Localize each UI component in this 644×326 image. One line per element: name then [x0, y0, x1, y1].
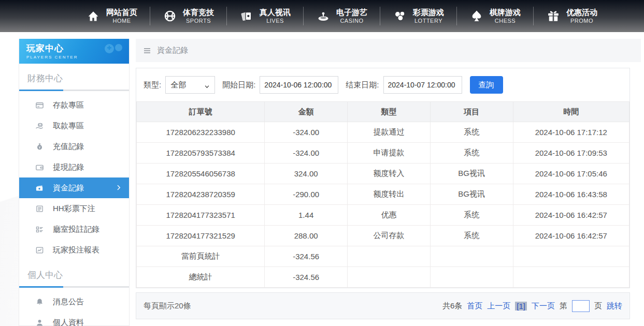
table-row: 1728205793573384-324.00申请提款系统2024-10-06 … — [137, 143, 629, 164]
type-label: 類型: — [144, 80, 161, 90]
bell-icon — [35, 297, 44, 306]
prev-page-link[interactable]: 上一页 — [487, 301, 510, 311]
nav-item-label-zh: 电子游艺 — [336, 8, 367, 18]
table-cell: 2024-10-06 17:05:46 — [513, 164, 629, 184]
nav-item-label-en: HOME — [113, 18, 131, 25]
nav-item-text: 网站首页HOME — [106, 8, 137, 25]
table-cell: -290.00 — [265, 184, 348, 205]
nav-item-label-zh: 体育竞技 — [183, 8, 214, 18]
table-cell: BG视讯 — [430, 164, 513, 184]
column-header: 金額 — [265, 102, 348, 122]
jump-link[interactable]: 跳转 — [607, 301, 622, 311]
column-header: 時間 — [513, 102, 629, 122]
table-cell: 2024-10-06 16:43:58 — [513, 184, 629, 205]
query-button[interactable]: 查詢 — [470, 76, 503, 94]
gift-icon — [546, 9, 561, 23]
end-date-input[interactable] — [383, 76, 462, 94]
table-cell: 324.00 — [265, 164, 348, 184]
main-content: 資金記錄 類型: 全部 開始日期: 结束日期: 查詢 訂單號金額類型項目時間 1… — [136, 39, 641, 319]
end-date-label: 结束日期: — [346, 80, 379, 90]
nav-item-label-zh: 棋牌游戏 — [490, 8, 521, 18]
summary-cell — [348, 246, 431, 267]
nav-item-chess[interactable]: 棋牌游戏CHESS — [457, 8, 533, 25]
summary-cell — [348, 267, 431, 288]
nav-item-text: 真人视讯LIVES — [260, 8, 291, 25]
cards-icon — [239, 9, 254, 23]
table-cell: -324.00 — [265, 122, 348, 143]
menu-icon[interactable] — [142, 46, 152, 55]
table-cell: 1728204177321529 — [137, 226, 265, 246]
chevron-down-icon — [204, 82, 210, 88]
first-page-link[interactable]: 首页 — [467, 301, 482, 311]
nav-item-home[interactable]: 网站首页HOME — [74, 8, 150, 25]
table-cell: 公司存款 — [348, 226, 431, 246]
nav-item-casino[interactable]: 电子游艺CASINO — [304, 8, 380, 25]
table-row: 1728206232233980-324.00提款通过系统2024-10-06 … — [137, 122, 629, 143]
nav-item-label-zh: 优惠活动 — [566, 8, 597, 18]
filter-bar: 類型: 全部 開始日期: 结束日期: 查詢 — [136, 68, 629, 101]
sidebar-item-個人資料[interactable]: 個人資料 — [19, 312, 129, 326]
sidebar-item-取款專區[interactable]: 取款專區 — [19, 115, 129, 136]
pagination-bar: 每頁顯示20條 共6条 首页 上一页 [1] 下一页 第 页 跳转 — [136, 292, 630, 319]
moneybag-icon — [35, 142, 44, 151]
table-cell: BG视讯 — [430, 184, 513, 205]
nav-item-label-zh: 彩票游戏 — [413, 8, 444, 18]
sidebar-item-資金記錄[interactable]: 資金記錄 — [19, 177, 129, 198]
top-navigation: 网站首页HOME体育竞技SPORTS真人视讯LIVES电子游艺CASINO彩票游… — [0, 0, 644, 32]
user-icon — [35, 318, 44, 326]
sidebar-item-廳室投註記錄[interactable]: 廳室投註記錄 — [19, 219, 129, 240]
breadcrumb: 資金記錄 — [136, 39, 641, 62]
start-date-input[interactable] — [260, 76, 338, 94]
nav-item-text: 棋牌游戏CHESS — [490, 8, 521, 25]
nav-item-lottery[interactable]: 彩票游戏LOTTERY — [380, 8, 456, 25]
sidebar-item-提現記錄[interactable]: 提現記錄 — [19, 157, 129, 177]
table-cell: 1.44 — [265, 205, 348, 226]
type-select[interactable]: 全部 — [165, 76, 215, 94]
start-date-label: 開始日期: — [222, 80, 255, 90]
records-panel: 類型: 全部 開始日期: 结束日期: 查詢 訂單號金額類型項目時間 172820… — [136, 68, 630, 288]
summary-cell: -324.56 — [265, 246, 348, 267]
sidebar-item-HH彩票下注[interactable]: HH彩票下注 — [19, 198, 129, 219]
nav-item-promo[interactable]: 优惠活动PROMO — [534, 8, 610, 25]
table-cell: 额度转入 — [348, 164, 431, 184]
nav-item-text: 电子游艺CASINO — [336, 8, 367, 25]
nav-item-label-en: CHESS — [495, 18, 516, 25]
table-cell: 1728204177323571 — [137, 205, 265, 226]
section-heading: 財務中心 — [19, 64, 129, 84]
sidebar-item-label: 充值記錄 — [53, 142, 84, 152]
sidebar-item-label: HH彩票下注 — [53, 204, 95, 214]
table-row: 17282041773235711.44优惠系统2024-10-06 16:42… — [137, 205, 629, 226]
sports-icon — [163, 9, 177, 23]
table-header-row: 訂單號金額類型項目時間 — [137, 102, 629, 122]
table-cell: 1728205793573384 — [137, 143, 265, 164]
table-cell: 1728205546056738 — [137, 164, 265, 184]
table-cell: 系统 — [430, 122, 513, 143]
nav-item-label-en: PROMO — [570, 18, 593, 25]
current-page[interactable]: [1] — [515, 302, 527, 310]
layout-icon — [35, 225, 44, 234]
table-cell: 系统 — [430, 226, 513, 246]
next-page-link[interactable]: 下一页 — [532, 301, 555, 311]
nav-item-label-en: LOTTERY — [414, 18, 442, 25]
nav-item-label-zh: 网站首页 — [106, 8, 137, 18]
nav-item-lives[interactable]: 真人视讯LIVES — [227, 8, 303, 25]
page-word-prefix: 第 — [560, 301, 567, 311]
sidebar-item-玩家投注報表[interactable]: 玩家投注報表 — [19, 240, 129, 260]
nav-item-text: 优惠活动PROMO — [566, 8, 597, 25]
table-cell: 系统 — [430, 143, 513, 164]
summary-cell — [430, 246, 513, 267]
sidebar-item-充值記錄[interactable]: 充值記錄 — [19, 136, 129, 157]
table-cell: 申请提款 — [348, 143, 431, 164]
summary-row: 當前頁統計-324.56 — [137, 246, 629, 267]
table-row: 1728204177321529288.00公司存款系统2024-10-06 1… — [137, 226, 629, 246]
column-header: 訂單號 — [137, 102, 265, 122]
gamepad-icon — [102, 41, 125, 58]
sidebar-item-label: 玩家投注報表 — [53, 245, 99, 255]
page-jump-input[interactable] — [572, 300, 590, 312]
sidebar-header: 玩家中心 PLAYERS CENTER — [19, 39, 129, 64]
table-cell: 1728204238720359 — [137, 184, 265, 205]
sidebar-item-存款專區[interactable]: 存款專區 — [19, 95, 129, 115]
wallet-icon — [35, 162, 44, 172]
sidebar-item-消息公告[interactable]: 消息公告 — [19, 291, 129, 312]
nav-item-sports[interactable]: 体育竞技SPORTS — [150, 8, 226, 25]
